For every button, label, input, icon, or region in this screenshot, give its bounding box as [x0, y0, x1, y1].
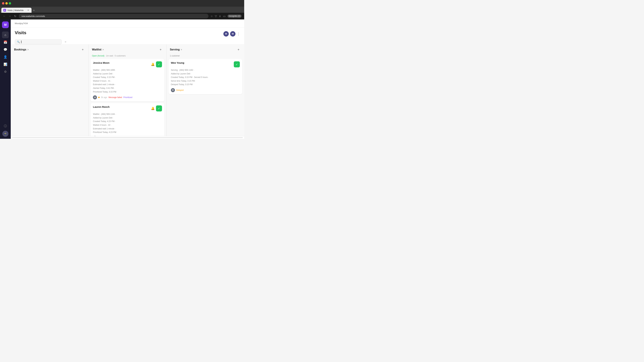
sidebar-logo[interactable]: M [2, 21, 9, 28]
serving-status: 1 customer [166, 54, 244, 59]
header-actions: 🔍 = [15, 39, 240, 44]
header-avatar-2[interactable]: M [230, 31, 236, 36]
waitlist-card-lauren[interactable]: Lauren Reech 🔔 ✓ Waitlist · (484) 569-11… [90, 103, 164, 136]
profile-icon[interactable]: ▭ [223, 14, 226, 18]
header-more-button[interactable]: ⋮ [237, 32, 240, 36]
serving-body[interactable]: Wee Young ✓ Serving · (484) 569-1182 · A… [166, 59, 244, 136]
scroll-track [12, 137, 243, 138]
window-controls [2, 2, 11, 4]
jessica-info-2: Added by Lauren Deli · [93, 72, 162, 76]
waitlist-add-button[interactable]: + [158, 47, 163, 52]
bookings-empty [13, 54, 86, 67]
serving-add-button[interactable]: + [236, 47, 241, 52]
bookings-add-button[interactable]: + [80, 47, 85, 52]
lauren-card-actions: 🔔 ✓ [151, 105, 162, 111]
download-icon[interactable]: ⇓ [219, 14, 221, 18]
sidebar-item-help[interactable]: ⓘ [2, 123, 9, 129]
bookmark-icon[interactable]: ☆ [210, 14, 213, 18]
close-window-button[interactable] [2, 2, 4, 4]
lauren-info-4: Waited 4 hours · #2 · [93, 123, 162, 127]
serving-expand-icon: > [180, 48, 182, 51]
waitlist-status: Open (forced) · 1m wait · 5 customers [88, 54, 166, 59]
url-bar[interactable]: new.waitwhile.com/visits [19, 14, 208, 18]
wee-info-3: Created Today, 3:15 PM · Served 5 hours … [171, 76, 240, 79]
lauren-card-info: Waitlist · (484) 569-1184 · Added by Lau… [93, 112, 162, 134]
jessica-card-footer: M 5h ago Message failed Prioritized [93, 95, 162, 99]
new-tab-button[interactable]: + [32, 8, 36, 13]
sidebar-item-messages[interactable]: 💬 [2, 46, 9, 53]
refresh-button[interactable]: ↻ [14, 14, 17, 18]
wee-delayed-tag[interactable]: Delayed [176, 89, 184, 91]
lauren-card-footer: M Prioritized [93, 136, 162, 136]
wee-card-actions: ✓ [234, 61, 240, 67]
cursor-indicator [21, 40, 22, 43]
horizontal-scrollbar[interactable] [11, 136, 244, 139]
page-title: Visits [15, 30, 26, 35]
url-text: new.waitwhile.com/visits [22, 15, 45, 17]
app-container: M ⌂ 📅 💬 👤 📊 ⚙ ⓘ 📸 Moodjoy7434 Visits M M… [0, 19, 244, 139]
bookings-body [11, 54, 88, 136]
header-avatar-1[interactable]: M [224, 31, 229, 36]
waitlist-status-detail: · 1m wait · 5 customers [105, 55, 126, 57]
sidebar-item-analytics[interactable]: 📊 [2, 61, 9, 68]
wee-info-5: Delayed Today, 3:15 PM [171, 83, 240, 86]
serving-customer-count: 1 customer [170, 55, 180, 57]
wee-info-4: Serve time Today, 3:15 PM · [171, 79, 240, 83]
active-tab[interactable]: W Visits | Waitwhile ✕ [1, 8, 32, 13]
sidebar-user-avatar[interactable]: 📸 [2, 131, 8, 137]
top-bar: Moodjoy7434 [11, 19, 244, 27]
lauren-info-1: Waitlist · (484) 569-1184 · [93, 112, 162, 116]
jessica-prioritized-tag[interactable]: Prioritized [124, 96, 132, 98]
jessica-footer-avatar: M [93, 95, 97, 99]
jessica-info-5: Estimated wait 1 minute · [93, 83, 162, 86]
wee-info-2: Added by Lauren Deli · [171, 72, 240, 76]
extensions-icon[interactable]: ▽ [215, 14, 217, 18]
jessica-card-name: Jessica Moon [93, 61, 109, 64]
jessica-card-actions: 🔔 ✓ [151, 61, 162, 67]
browser-chrome [0, 0, 244, 7]
sidebar-item-home[interactable]: ⌂ [2, 31, 9, 38]
jessica-message-failed-tag[interactable]: Message failed [108, 96, 122, 98]
bookings-title[interactable]: Bookings > [14, 48, 29, 51]
address-actions: ☆ ▽ ⇓ ▭ Incognito (2) [210, 14, 242, 18]
waitlist-expand-icon: > [102, 48, 104, 51]
maximize-window-button[interactable] [9, 2, 11, 4]
waitlist-open-status: Open (forced) [92, 55, 104, 57]
waitlist-card-jessica[interactable]: Jessica Moon 🔔 ✓ Waitlist · (484) 569-18… [90, 59, 164, 101]
serving-card-wee[interactable]: Wee Young ✓ Serving · (484) 569-1182 · A… [168, 59, 242, 94]
forward-button[interactable]: → [8, 14, 12, 17]
jessica-info-6: Alerted Today, 3:41 PM · [93, 86, 162, 90]
bookings-column-header: Bookings > + [11, 44, 88, 54]
sidebar-bottom: ⓘ 📸 [2, 123, 9, 137]
wee-card-name: Wee Young [171, 61, 184, 64]
tab-close-button[interactable]: ✕ [27, 9, 30, 11]
back-button[interactable]: ← [3, 14, 6, 17]
sidebar: M ⌂ 📅 💬 👤 📊 ⚙ ⓘ 📸 [0, 19, 11, 139]
card-top-lauren: Lauren Reech 🔔 ✓ [93, 105, 162, 111]
waitlist-column-header: Waitlist > + [88, 44, 166, 54]
wee-card-info: Serving · (484) 569-1182 · Added by Laur… [171, 68, 240, 86]
minimize-window-button[interactable] [5, 2, 8, 4]
sidebar-item-calendar[interactable]: 📅 [2, 39, 9, 45]
wee-footer-avatar: M [171, 88, 175, 92]
lauren-info-5: Estimated wait 1 minute · [93, 127, 162, 131]
search-bar[interactable]: 🔍 [15, 39, 62, 44]
serving-title[interactable]: Serving > [170, 48, 182, 51]
incognito-badge[interactable]: Incognito (2) [228, 14, 242, 17]
waitlist-body[interactable]: Jessica Moon 🔔 ✓ Waitlist · (484) 569-18… [88, 59, 166, 136]
sidebar-item-settings[interactable]: ⚙ [2, 68, 9, 75]
wee-check-button[interactable]: ✓ [234, 61, 240, 67]
lauren-info-3: Created Today, 4:23 PM · [93, 120, 162, 123]
filter-button[interactable]: = [64, 39, 67, 44]
bookings-expand-icon: > [27, 48, 29, 51]
waitlist-title[interactable]: Waitlist > [92, 48, 104, 51]
sidebar-item-customers[interactable]: 👤 [2, 54, 9, 60]
lauren-check-button[interactable]: ✓ [156, 105, 162, 111]
lauren-bell-button[interactable]: 🔔 [151, 107, 155, 110]
lauren-footer-avatar: M [93, 136, 97, 136]
jessica-info-4: Waited 5 hours · #1 · [93, 79, 162, 83]
jessica-bell-button[interactable]: 🔔 [151, 62, 155, 66]
page-header: Visits M M ⋮ 🔍 = [11, 27, 244, 44]
org-name: Moodjoy7434 [15, 22, 28, 25]
jessica-check-button[interactable]: ✓ [156, 61, 162, 67]
